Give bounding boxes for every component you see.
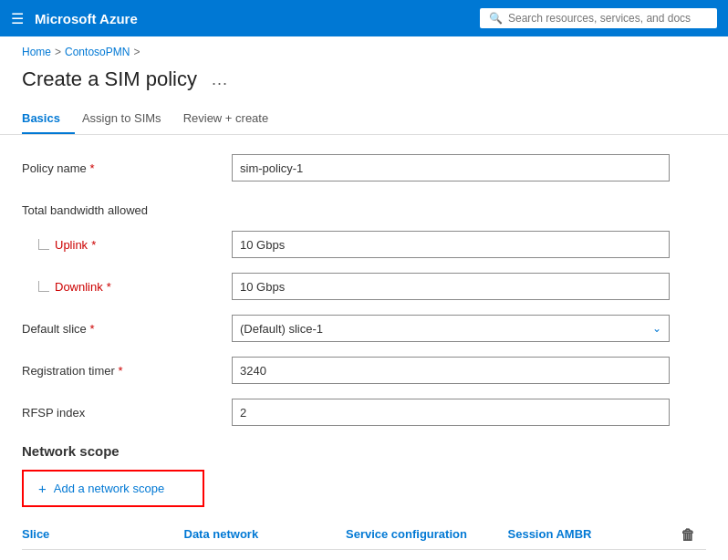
azure-title: Microsoft Azure (35, 11, 138, 26)
registration-timer-row: Registration timer * (22, 356, 706, 385)
delete-icon: 🗑 (681, 527, 695, 544)
search-input[interactable] (508, 12, 708, 25)
registration-timer-label: Registration timer * (22, 364, 232, 378)
top-navigation: ☰ Microsoft Azure 🔍 (0, 0, 728, 36)
uplink-input[interactable] (232, 231, 670, 258)
registration-timer-input[interactable] (232, 357, 670, 384)
policy-name-label: Policy name * (22, 161, 232, 175)
breadcrumb-separator-2: > (133, 46, 140, 58)
downlink-input[interactable] (232, 273, 670, 300)
table-headers: Slice Data network Service configuration… (22, 516, 706, 550)
default-slice-row: Default slice * (Default) slice-1 ⌄ (22, 314, 706, 343)
col-service-config: Service configuration (346, 527, 508, 544)
breadcrumb-separator-1: > (55, 46, 61, 58)
tab-assign-to-sims[interactable]: Assign to SIMs (82, 104, 176, 134)
col-session-ambr: Session AMBR (508, 527, 671, 544)
col-data-network: Data network (184, 527, 347, 544)
ellipsis-button[interactable]: ... (206, 68, 234, 91)
network-scope-title: Network scope (22, 443, 706, 459)
hamburger-icon[interactable]: ☰ (11, 10, 24, 27)
default-slice-select-wrapper[interactable]: (Default) slice-1 ⌄ (232, 315, 670, 342)
add-network-scope-button[interactable]: + Add a network scope (22, 470, 204, 507)
default-slice-select[interactable]: (Default) slice-1 (240, 322, 661, 336)
tab-review-create[interactable]: Review + create (183, 104, 284, 134)
search-icon: 🔍 (489, 12, 503, 25)
page-title: Create a SIM policy (22, 67, 197, 91)
rfsp-label: RFSP index (22, 406, 232, 420)
uplink-label: Uplink * (22, 238, 232, 252)
policy-name-input[interactable] (232, 154, 670, 181)
breadcrumb: Home > ContosoPMN > (0, 36, 728, 62)
default-slice-label: Default slice * (22, 322, 232, 336)
page-title-row: Create a SIM policy ... (0, 62, 728, 104)
col-delete: 🗑 (670, 527, 706, 544)
tabs-container: Basics Assign to SIMs Review + create (0, 104, 728, 135)
plus-icon: + (38, 481, 47, 496)
bandwidth-label: Total bandwidth allowed (22, 203, 232, 217)
policy-name-row: Policy name * (22, 153, 706, 182)
downlink-label: Downlink * (22, 280, 232, 294)
rfsp-row: RFSP index (22, 398, 706, 427)
bandwidth-label-row: Total bandwidth allowed (22, 195, 706, 224)
breadcrumb-home[interactable]: Home (22, 46, 51, 58)
uplink-row: Uplink * (22, 230, 706, 259)
downlink-row: Downlink * (22, 272, 706, 301)
rfsp-input[interactable] (232, 399, 670, 426)
tab-basics[interactable]: Basics (22, 104, 75, 134)
breadcrumb-contoso[interactable]: ContosoPMN (65, 46, 130, 58)
col-slice: Slice (22, 527, 184, 544)
add-network-label: Add a network scope (54, 482, 164, 495)
search-bar[interactable]: 🔍 (480, 8, 717, 28)
form-area: Policy name * Total bandwidth allowed Up… (0, 153, 728, 550)
